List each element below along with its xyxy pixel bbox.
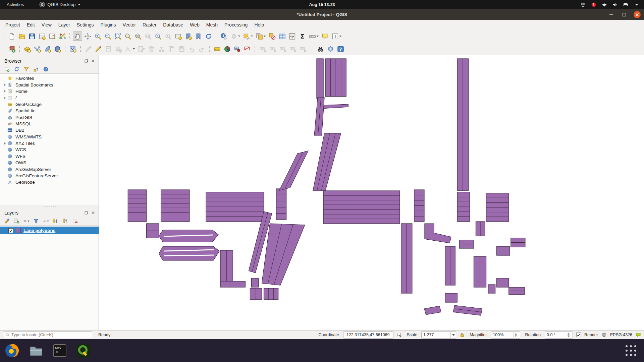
rotation-spin-arrows[interactable] xyxy=(566,331,571,339)
browser-item-spatial-bookmarks[interactable]: Spatial Bookmarks xyxy=(0,81,99,88)
messages-icon[interactable] xyxy=(636,332,641,338)
menu-database[interactable]: Database xyxy=(160,21,186,29)
app-menu[interactable]: Q QGIS Desktop xyxy=(39,2,80,7)
browser-close-button[interactable] xyxy=(91,59,95,63)
activities-button[interactable]: Activities xyxy=(5,1,26,8)
collapse-all-button[interactable] xyxy=(62,218,69,225)
dock-qgis-icon[interactable] xyxy=(75,342,92,359)
locate-input[interactable] xyxy=(11,333,90,337)
select-button[interactable] xyxy=(242,32,254,41)
magnifier-spinbox[interactable]: 100% xyxy=(491,331,520,339)
cut-button[interactable] xyxy=(157,44,166,54)
filter-yellow-button[interactable] xyxy=(23,66,30,73)
browser-item-wcs[interactable]: WCS xyxy=(0,146,99,153)
help-button[interactable]: ? xyxy=(336,44,345,54)
new-virtual-button[interactable] xyxy=(53,44,62,54)
statistics-button[interactable]: Σ xyxy=(298,32,307,41)
map-tips-button[interactable] xyxy=(320,32,330,41)
layers-close-button[interactable] xyxy=(91,210,95,215)
expand-all-button[interactable] xyxy=(52,218,59,225)
notification-icon[interactable] xyxy=(591,2,596,7)
new-shp-button[interactable] xyxy=(33,44,42,54)
caret-icon[interactable] xyxy=(634,2,639,7)
toggle-editing-button[interactable] xyxy=(94,44,103,54)
browser-item-home[interactable]: Home xyxy=(0,88,99,95)
menu-mesh[interactable]: Mesh xyxy=(203,21,221,29)
label-rotate-gray-button[interactable]: ab xyxy=(288,44,298,54)
new-print-layout-button[interactable] xyxy=(37,32,47,41)
close-button[interactable] xyxy=(634,11,641,18)
system-indicators[interactable] xyxy=(580,2,644,7)
paste-button[interactable] xyxy=(177,44,186,54)
window-title-bar[interactable]: *Untitled Project - QGIS xyxy=(0,9,644,20)
pan-button[interactable] xyxy=(73,32,82,41)
annotation-button[interactable]: T xyxy=(330,32,342,41)
zoom-out-button[interactable] xyxy=(103,32,112,41)
menu-view[interactable]: View xyxy=(38,21,55,29)
extent-tracking-icon[interactable] xyxy=(397,332,402,338)
render-checkbox[interactable] xyxy=(576,333,581,337)
browser-item-geonode[interactable]: GeoNode xyxy=(0,179,99,185)
dropbox-icon[interactable] xyxy=(580,2,586,7)
browser-item-db2[interactable]: DB2DB2 xyxy=(0,127,99,133)
browser-item-arcgisfeatureserver[interactable]: ArcGisFeatureServer xyxy=(0,173,99,179)
zoom-selection-button[interactable] xyxy=(123,32,132,41)
rotation-spinbox[interactable]: 0.0 ° xyxy=(545,331,573,339)
save-edits-button[interactable] xyxy=(104,44,113,54)
properties-info-button[interactable]: i xyxy=(42,66,49,73)
new-map-view-button[interactable] xyxy=(173,32,183,41)
browser-item-wms-wmts[interactable]: WMS/WMTS xyxy=(0,134,99,140)
vertex-tool-button[interactable] xyxy=(124,44,136,54)
browser-item-ows[interactable]: OWS xyxy=(0,160,99,166)
browser-item-xyz-tiles[interactable]: XYZ Tiles xyxy=(0,140,99,146)
browser-item-[interactable]: / xyxy=(0,95,99,101)
remove-layer-button[interactable] xyxy=(71,218,78,225)
label-unpin-button[interactable]: abc xyxy=(243,44,252,54)
layers-float-button[interactable] xyxy=(84,210,89,215)
search-plugin-button[interactable] xyxy=(316,44,325,54)
layout-manager-button[interactable] xyxy=(47,32,57,41)
label-change-gray-button[interactable]: ab xyxy=(298,44,308,54)
open-project-button[interactable] xyxy=(17,32,26,41)
map-canvas[interactable] xyxy=(99,55,644,330)
current-edits-button[interactable] xyxy=(84,44,93,54)
layer-item-lane-polygons[interactable]: Lane polygons xyxy=(0,227,99,234)
browser-item-geopackage[interactable]: GeoPackage xyxy=(0,101,99,108)
menu-vector[interactable]: Vector xyxy=(119,21,139,29)
menu-processing[interactable]: Processing xyxy=(221,21,251,29)
refresh-button[interactable] xyxy=(13,66,20,73)
data-source-button[interactable] xyxy=(7,44,16,54)
zoom-full-button[interactable] xyxy=(113,32,122,41)
redo-button[interactable] xyxy=(197,44,206,54)
menu-raster[interactable]: Raster xyxy=(139,21,160,29)
restore-button[interactable] xyxy=(621,11,628,18)
add-group-button[interactable] xyxy=(13,218,20,225)
zoom-last-button[interactable] xyxy=(153,32,163,41)
browser-float-button[interactable] xyxy=(84,59,89,63)
zoom-layer-button[interactable] xyxy=(133,32,143,41)
new-spatialite-button[interactable] xyxy=(43,44,52,54)
label-pin-gray-button[interactable]: ab xyxy=(258,44,267,54)
clock[interactable]: Aug 15 13:23 xyxy=(309,2,335,7)
new-project-button[interactable] xyxy=(7,32,16,41)
menu-settings[interactable]: Settings xyxy=(73,21,97,29)
menu-project[interactable]: Project xyxy=(2,21,23,29)
diagrams-button[interactable] xyxy=(222,44,232,54)
new-temp-button[interactable] xyxy=(68,44,77,54)
menu-plugins[interactable]: Plugins xyxy=(97,21,119,29)
browser-item-mssql[interactable]: MSSQL xyxy=(0,121,99,127)
crs-value[interactable]: EPSG:4326 xyxy=(610,333,632,337)
lock-scale-icon[interactable] xyxy=(460,332,465,338)
label-move-gray-button[interactable]: ab xyxy=(278,44,287,54)
browser-item-spatialite[interactable]: SpatiaLite xyxy=(0,108,99,114)
locate-box[interactable] xyxy=(3,331,92,338)
dock-terminal-icon[interactable]: rxvt-> xyxy=(51,342,68,359)
style-manager-button[interactable]: a xyxy=(57,32,67,41)
zoom-next-button[interactable] xyxy=(163,32,173,41)
filter-expression-button[interactable]: ε xyxy=(42,218,49,225)
label-show-gray-button[interactable]: ab xyxy=(268,44,277,54)
add-feature-button[interactable] xyxy=(114,44,123,54)
dock-firefox-icon[interactable] xyxy=(3,342,21,359)
scale-combo[interactable]: 1:277 xyxy=(421,331,456,339)
delete-selected-button[interactable] xyxy=(147,44,156,54)
